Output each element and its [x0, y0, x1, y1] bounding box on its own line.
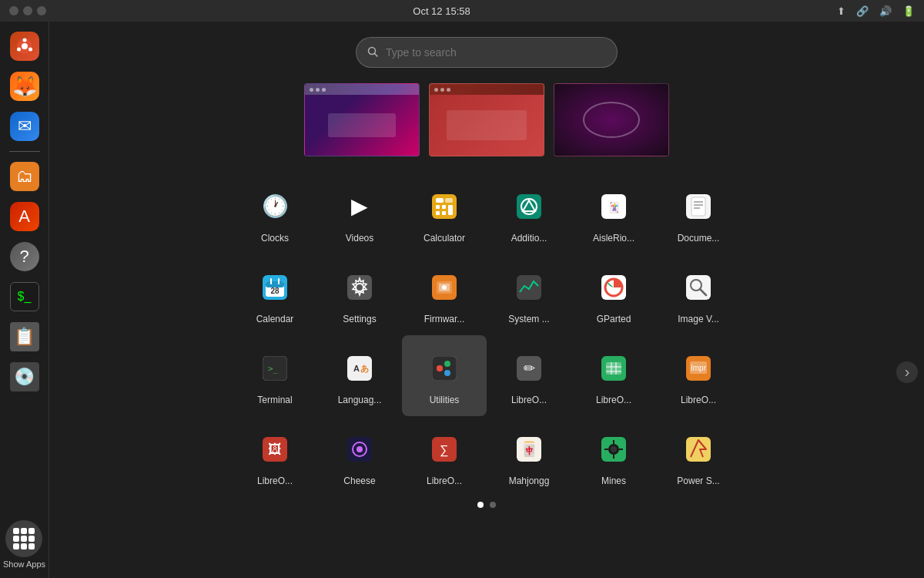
svg-text:>_: >_ [268, 364, 279, 374]
app-item-calendar[interactable]: 28Calendar [233, 254, 317, 335]
page-dot-1[interactable] [477, 502, 484, 508]
app-item-clocks[interactable]: 🕐Clocks [233, 173, 317, 254]
app-icon-aislerio: 🃏 [592, 185, 635, 228]
window-control-minimize[interactable] [23, 6, 32, 15]
app-icon-additional [507, 185, 551, 228]
next-page-button[interactable]: › [896, 361, 918, 383]
search-input[interactable] [386, 46, 606, 59]
dock-item-drive[interactable]: 💿 [6, 358, 43, 395]
dock-item-firefox[interactable]: 🦊 [6, 68, 43, 105]
app-label-language: Languag... [338, 395, 382, 405]
app-label-libreoimpress: LibreO... [681, 395, 716, 405]
app-item-mahjong[interactable]: 🀄Mahjongg [487, 416, 571, 497]
firefox-icon: 🦊 [10, 72, 39, 101]
app-item-libreoimpress2[interactable]: 🖼LibreO... [233, 416, 317, 497]
app-label-terminal: Terminal [257, 395, 292, 405]
tray-icon-1[interactable]: ⬆ [837, 5, 845, 17]
drive-icon: 💿 [10, 362, 39, 391]
app-label-mines: Mines [601, 476, 626, 486]
app-item-language[interactable]: AあLanguag... [317, 335, 402, 416]
app-item-firmware[interactable]: Firmwar... [402, 254, 487, 335]
app-item-libreoimpress[interactable]: ImprLibreO... [656, 335, 741, 416]
app-item-terminal[interactable]: >_Terminal [233, 335, 317, 416]
search-container [356, 37, 618, 68]
dock-item-terminal[interactable]: $_ [6, 278, 43, 315]
app-label-calendar: Calendar [256, 314, 294, 324]
apps-grid: 🕐Clocks▶VideosCalculatorAdditio...🃏Aisle… [217, 173, 756, 497]
app-icon-calculator [423, 185, 466, 228]
svg-point-35 [442, 285, 447, 290]
app-label-calculator: Calculator [424, 233, 465, 244]
help-icon: ? [10, 242, 39, 271]
app-icon-settings [338, 266, 381, 309]
app-icon-gparted [592, 266, 635, 309]
app-label-libremath: LibreO... [427, 476, 462, 486]
app-item-libreodraw[interactable]: ✏LibreO... [487, 335, 571, 416]
system-tray: ⬆ 🔗 🔊 🔋 [837, 5, 915, 17]
svg-rect-10 [436, 205, 440, 209]
svg-text:Impr: Impr [691, 364, 707, 372]
app-item-power[interactable]: Power S... [656, 416, 741, 497]
dock-item-files[interactable]: 🗂 [6, 158, 43, 195]
app-item-utilities[interactable]: Utilities [402, 335, 487, 416]
app-label-firmware: Firmwar... [424, 314, 465, 324]
app-icon-firmware [423, 266, 466, 309]
thumbnail-1[interactable] [304, 83, 420, 156]
dock-item-ubuntu[interactable] [6, 28, 43, 65]
svg-text:A: A [353, 364, 360, 373]
svg-rect-36 [517, 275, 541, 300]
window-control-close[interactable] [9, 6, 18, 15]
app-icon-power [677, 428, 720, 471]
app-item-settings[interactable]: Settings [317, 254, 402, 335]
app-icon-utilities [423, 347, 466, 390]
window-thumbnails [304, 83, 669, 156]
app-item-calculator[interactable]: Calculator [402, 173, 487, 254]
app-item-libremath[interactable]: ∑LibreO... [402, 416, 487, 497]
app-label-document: Docume... [678, 233, 720, 244]
svg-point-74 [611, 446, 617, 452]
app-icon-cheese [338, 428, 381, 471]
app-item-additional[interactable]: Additio... [487, 173, 571, 254]
search-icon [367, 46, 378, 59]
thumbnail-2[interactable] [429, 83, 544, 156]
ubuntu-icon [10, 32, 39, 61]
app-item-mines[interactable]: Mines [571, 416, 656, 497]
page-dot-2[interactable] [490, 502, 496, 508]
show-apps-icon [5, 520, 42, 557]
app-label-aislerio: AisleRio... [593, 233, 634, 244]
dock-item-scanner[interactable]: 📋 [6, 318, 43, 355]
app-item-videos[interactable]: ▶Videos [317, 173, 402, 254]
app-icon-system [507, 266, 551, 309]
app-item-libreocalc[interactable]: LibreO... [571, 335, 656, 416]
app-item-cheese[interactable]: Cheese [317, 416, 402, 497]
app-icon-mines [592, 428, 635, 471]
app-icon-mahjong: 🀄 [507, 428, 551, 471]
svg-rect-20 [691, 197, 705, 216]
thumbnail-3[interactable] [554, 83, 669, 156]
app-label-additional: Additio... [511, 233, 547, 244]
tray-icon-volume[interactable]: 🔊 [879, 5, 892, 17]
app-item-system[interactable]: System ... [487, 254, 571, 335]
dock-item-appstore[interactable]: A [6, 198, 43, 235]
dock-item-thunderbird[interactable]: ✉ [6, 108, 43, 145]
files-icon: 🗂 [10, 162, 39, 191]
app-item-document[interactable]: Docume... [656, 173, 741, 254]
dock-item-help[interactable]: ? [6, 238, 43, 275]
svg-rect-8 [436, 198, 444, 203]
app-icon-clocks: 🕐 [253, 185, 296, 228]
terminal-dock-icon: $_ [10, 282, 39, 311]
svg-rect-12 [442, 205, 446, 209]
app-item-aislerio[interactable]: 🃏AisleRio... [571, 173, 656, 254]
svg-rect-14 [448, 205, 453, 215]
dock-divider [9, 151, 40, 152]
tray-icon-battery[interactable]: 🔋 [902, 5, 915, 17]
window-control-maximize[interactable] [37, 6, 46, 15]
svg-text:✏: ✏ [524, 361, 535, 376]
svg-text:🃏: 🃏 [608, 201, 621, 214]
search-bar[interactable] [356, 37, 618, 68]
app-item-imageview[interactable]: Image V... [656, 254, 741, 335]
tray-icon-network[interactable]: 🔗 [856, 5, 869, 17]
app-label-videos: Videos [346, 233, 373, 244]
show-apps-button[interactable]: Show Apps [3, 520, 45, 569]
app-item-gparted[interactable]: GParted [571, 254, 656, 335]
